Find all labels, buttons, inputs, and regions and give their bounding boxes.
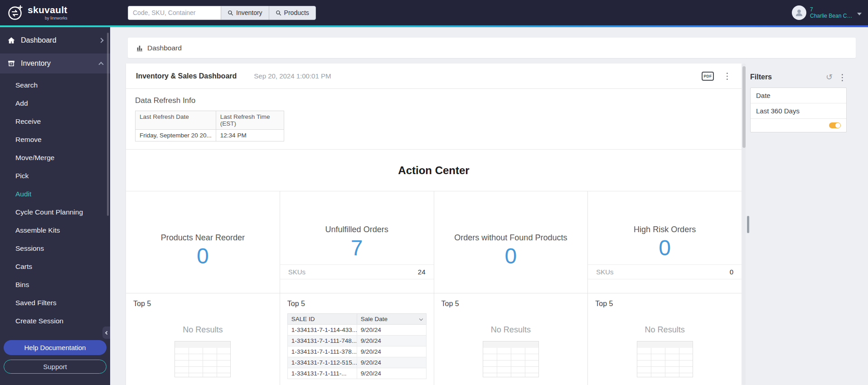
sale-date-header[interactable]: Sale Date [357,314,426,325]
sidebar-item-audit[interactable]: Audit [0,185,110,203]
data-refresh-section: Data Refresh Info Last Refresh Date Last… [126,89,742,150]
search-inventory-button[interactable]: Inventory [221,6,269,20]
sidebar-collapse-button[interactable] [102,327,110,339]
skus-value: 0 [730,268,733,276]
refresh-time-header: Last Refresh Time (EST) [216,111,284,130]
top5-label: Top 5 [133,300,272,308]
sidebar-item-bins[interactable]: Bins [0,276,110,294]
sidebar-inventory-label: Inventory [21,59,51,68]
no-results-text: No Results [441,325,581,335]
sidebar-scrollbar[interactable] [107,33,109,216]
search-input[interactable] [128,6,221,20]
table-row[interactable]: 1-334131-7-1-111-378... 9/20/24 [287,346,426,357]
skus-value: 24 [418,268,426,276]
filters-title: Filters [750,73,772,81]
toggle-knob [835,123,840,128]
breadcrumb-label: Dashboard [147,44,182,52]
sale-id-cell: 1-334131-7-1-111-... [287,368,357,379]
brand-name: skuvault [28,5,68,15]
filters-menu-button[interactable]: ⋮ [838,73,847,82]
filters-header: Filters ↺ ⋮ [750,70,847,84]
sidebar-item-cycle-count-planning[interactable]: Cycle Count Planning [0,203,110,221]
brand-tagline: by linnworks [28,16,68,20]
sidebar-item-inventory[interactable]: Inventory [0,54,110,73]
panel-scrollbar-thumb[interactable] [742,66,746,148]
kpi-products-near-reorder: Products Near Reorder 0 [126,191,280,293]
sidebar-item-pick[interactable]: Pick [0,167,110,185]
skuvault-logo-icon [7,5,24,21]
sidebar-item-dashboard[interactable]: Dashboard [0,27,110,54]
top5-label: Top 5 [595,300,734,308]
global-search-group: Inventory Products [128,6,316,20]
skus-label: SKUs [596,268,613,276]
kpi-value[interactable]: 7 [351,235,363,260]
avatar[interactable] [792,5,806,20]
top5-unfulfilled-orders: Top 5 SALE ID Sale Date 1-334131-7-1-114… [280,293,434,385]
no-results-text: No Results [595,325,734,335]
refresh-date-header: Last Refresh Date [136,111,216,130]
user-menu[interactable]: 7 Charlie Bean Co... [792,5,868,20]
panel-title: Inventory & Sales Dashboard [136,72,237,80]
sale-date-cell: 9/20/24 [357,336,426,346]
panel-timestamp: Sep 20, 2024 1:00:01 PM [254,72,331,80]
panel-menu-button[interactable]: ⋮ [723,72,732,80]
page-scrollbar-thumb[interactable] [747,216,749,233]
filter-toggle-row [751,119,846,132]
panel-header: Inventory & Sales Dashboard Sep 20, 2024… [126,63,742,89]
bar-chart-icon [136,44,143,52]
sidebar: Dashboard Inventory Search Add Receive R… [0,27,110,385]
kpi-value[interactable]: 0 [197,244,209,268]
chevron-down-icon [419,317,422,320]
table-row[interactable]: 1-334131-7-1-111-... 9/20/24 [287,368,426,379]
sale-id-cell: 1-334131-7-1-111-378... [287,346,357,357]
inventory-subnav: Search Add Receive Remove Move/Merge Pic… [0,73,110,330]
filter-date-value[interactable]: Last 360 Days [751,103,846,119]
breadcrumb: Dashboard [128,38,856,58]
filters-panel: Filters ↺ ⋮ Date Last 360 Days [750,70,847,132]
filter-toggle[interactable] [829,122,841,128]
kpi-label: High Risk Orders [634,225,696,234]
sidebar-dashboard-label: Dashboard [21,36,56,44]
sidebar-item-create-session[interactable]: Create Session [0,312,110,330]
sidebar-item-saved-filters[interactable]: Saved Filters [0,294,110,312]
support-button[interactable]: Support [4,360,107,374]
sidebar-item-assemble-kits[interactable]: Assemble Kits [0,221,110,239]
sidebar-item-receive[interactable]: Receive [0,112,110,131]
table-row[interactable]: 1-334131-7-1-111-748... 9/20/24 [287,336,426,346]
kpi-label: Products Near Reorder [161,233,245,243]
search-products-label: Products [284,9,309,16]
empty-table-placeholder [175,341,231,377]
search-icon [228,10,233,16]
kpi-value[interactable]: 0 [659,235,671,260]
refresh-time-value: 12:34 PM [216,130,284,141]
sidebar-item-sessions[interactable]: Sessions [0,239,110,258]
sale-id-header[interactable]: SALE ID [287,314,357,325]
sale-date-cell: 9/20/24 [357,346,426,357]
kpi-value[interactable]: 0 [505,244,517,268]
search-products-button[interactable]: Products [269,6,316,20]
topbar: skuvault by linnworks Inventory Products… [0,0,868,25]
home-icon [7,36,15,44]
user-name: Charlie Bean Co... [810,13,853,19]
reset-filters-icon[interactable]: ↺ [826,73,833,81]
sale-id-cell: 1-334131-7-1-114-433... [287,325,357,336]
sidebar-item-search[interactable]: Search [0,76,110,94]
data-refresh-table: Last Refresh Date Last Refresh Time (EST… [135,111,284,141]
kpi-skus-row: SKUs 0 [588,264,742,279]
table-row[interactable]: 1-334131-7-1-112-515... 9/20/24 [287,357,426,368]
export-pdf-button[interactable]: PDF [702,72,714,81]
sidebar-item-remove[interactable]: Remove [0,131,110,149]
top5-products-near-reorder: Top 5 No Results [126,293,280,385]
kpi-skus-row: SKUs 24 [280,264,434,279]
sidebar-item-move-merge[interactable]: Move/Merge [0,149,110,167]
table-row[interactable]: 1-334131-7-1-114-433... 9/20/24 [287,325,426,336]
accent-divider [0,25,868,27]
help-documentation-button[interactable]: Help Documentation [4,340,107,355]
brand[interactable]: skuvault by linnworks [0,5,109,21]
sale-date-cell: 9/20/24 [357,357,426,368]
empty-table-placeholder [637,341,693,377]
filter-date-label[interactable]: Date [751,88,846,103]
sale-id-cell: 1-334131-7-1-112-515... [287,357,357,368]
sidebar-item-carts[interactable]: Carts [0,258,110,276]
sidebar-item-add[interactable]: Add [0,94,110,112]
